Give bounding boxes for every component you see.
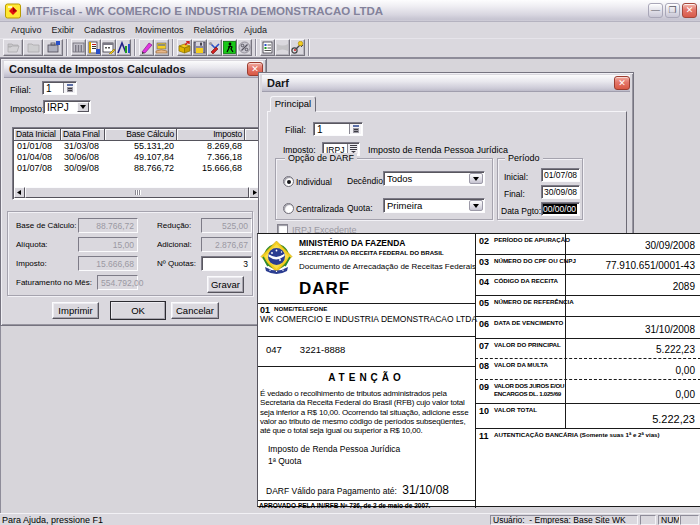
- darf-filial-lookup-button[interactable]: [349, 124, 361, 134]
- doc-field-number: 09: [479, 382, 489, 392]
- impostos-grid[interactable]: Data InicialData FinalBase CálculoImpost…: [12, 127, 262, 200]
- percent-icon: [238, 41, 251, 54]
- imposto-combobox[interactable]: IRPJ: [43, 100, 91, 114]
- grid-cell: 7.366,18: [177, 152, 245, 163]
- imprimir-button[interactable]: Imprimir: [52, 302, 99, 319]
- darf-close-button[interactable]: ✕: [614, 76, 630, 90]
- open-folder-icon: [7, 41, 20, 54]
- cancelar-button[interactable]: Cancelar: [171, 302, 219, 319]
- grid-cell: 30/09/08: [61, 163, 105, 174]
- grid-header-0[interactable]: Data Inicial: [14, 129, 61, 141]
- grid-header-3[interactable]: Imposto: [177, 129, 245, 141]
- menu-item-ajuda[interactable]: Ajuda: [241, 24, 270, 36]
- data-pgto-input[interactable]: 00/00/00: [541, 202, 580, 216]
- darf-filial-spin-edit[interactable]: 1: [313, 122, 363, 136]
- data-pgto-label: Data Pgto:: [501, 206, 541, 216]
- toolbar-separator: [255, 39, 257, 56]
- doc-field-label: VALOR DOS JUROS E/OU ENCARGOS DL. 1.025/…: [494, 382, 568, 397]
- radio-individual[interactable]: [283, 176, 294, 187]
- data-pgto-selected-text: 00/00/00: [543, 204, 576, 214]
- decendio-dropdown-button[interactable]: [469, 173, 483, 184]
- filial-lookup-button[interactable]: [63, 83, 75, 93]
- factory-toolbar-button[interactable]: [71, 39, 86, 56]
- status-empty-panel-1: [640, 515, 656, 525]
- scrollbar-grip: [137, 190, 138, 195]
- status-user-panel: Usuário: - Empresa: Base Site WK: [490, 515, 638, 525]
- menu-item-cadastros[interactable]: Cadastros: [81, 24, 128, 36]
- final-input[interactable]: 30/09/08: [541, 185, 580, 199]
- folder-toolbar-button[interactable]: [23, 39, 43, 56]
- grid-header-2[interactable]: Base Cálculo: [105, 129, 177, 141]
- tools-icon: [208, 41, 221, 54]
- save-icon: [193, 41, 206, 54]
- grid-header-1[interactable]: Data Final: [61, 129, 105, 141]
- scroll-thumb[interactable]: [25, 187, 249, 198]
- restore-button[interactable]: ❐: [665, 3, 680, 18]
- menu-item-exibir[interactable]: Exibir: [49, 24, 78, 36]
- briefcase-toolbar-button[interactable]: [43, 39, 63, 56]
- menu-bar: ArquivoExibirCadastrosMovimentosRelatóri…: [0, 22, 700, 39]
- toolbar-separator: [172, 39, 174, 56]
- doc-field-value: 5.222,23: [652, 413, 695, 425]
- chart-toolbar-button[interactable]: [116, 39, 131, 56]
- toolbar-separator: [308, 39, 310, 56]
- brasil-coat-of-arms: [259, 240, 294, 277]
- doc-field-label: NÚMERO DE REFERÊNCIA: [494, 298, 574, 306]
- hand-card-toolbar-button[interactable]: [154, 39, 169, 56]
- doc-field-09: 09VALOR DOS JUROS E/OU ENCARGOS DL. 1.02…: [475, 379, 700, 403]
- minimize-button[interactable]: —: [648, 3, 663, 18]
- filial-spin-edit[interactable]: 1: [42, 81, 77, 95]
- menu-item-relatorios[interactable]: Relatórios: [191, 24, 238, 36]
- grid-cell: 01/07/08: [14, 163, 61, 174]
- grid-row-0[interactable]: 01/01/0831/03/0855.131,208.269,68: [14, 141, 260, 152]
- grid-cell: 49.107,84: [105, 152, 177, 163]
- gravar-button[interactable]: Gravar: [207, 276, 244, 293]
- calendar-icon: [102, 41, 115, 54]
- darf-titlebar[interactable]: Darf ✕: [262, 75, 630, 92]
- quotas-input[interactable]: 3: [201, 256, 252, 271]
- runner-toolbar-button[interactable]: [222, 39, 237, 56]
- text-caret: [576, 204, 577, 214]
- radio-centralizada[interactable]: [283, 203, 294, 214]
- tab-principal[interactable]: Principal: [270, 96, 316, 112]
- calendar-toolbar-button[interactable]: [101, 39, 116, 56]
- doc-divider: [258, 500, 475, 501]
- menu-item-arquivo[interactable]: Arquivo: [8, 24, 45, 36]
- decendio-combobox[interactable]: Todos: [383, 171, 485, 186]
- doc-divider: [258, 303, 475, 304]
- package-toolbar-button[interactable]: [177, 39, 192, 56]
- periodo-groupbox: Período Inicial: 01/07/08 Final: 30/09/0…: [497, 158, 583, 220]
- ok-button[interactable]: OK: [110, 301, 166, 320]
- imposto-dropdown-button[interactable]: [77, 102, 89, 112]
- percent-toolbar-button[interactable]: [237, 39, 252, 56]
- consulta-titlebar[interactable]: Consulta de Impostos Calculados ✕: [4, 61, 263, 78]
- scroll-left-button[interactable]: [14, 187, 25, 198]
- doc-field-number: 04: [479, 277, 489, 287]
- report-toolbar-button[interactable]: [260, 39, 275, 56]
- quota-combobox[interactable]: Primeira: [383, 198, 485, 213]
- grid-row-1[interactable]: 01/04/0830/06/0849.107,847.366,18: [14, 152, 260, 163]
- pen-toolbar-button[interactable]: [139, 39, 154, 56]
- inicial-input[interactable]: 01/07/08: [541, 168, 580, 182]
- scroll-right-icon: [252, 190, 257, 195]
- aliquota-label: Alíquota:: [16, 240, 48, 249]
- doc-field-10: 10VALOR TOTAL5.222,23: [475, 403, 700, 428]
- open-folder-toolbar-button[interactable]: [3, 39, 23, 56]
- monitor-toolbar-button[interactable]: [275, 39, 290, 56]
- inicial-label: Inicial:: [504, 172, 528, 182]
- grid-cell: 31/03/08: [61, 141, 105, 152]
- faturamento-field: 554.792,00: [97, 275, 138, 290]
- toolbar-group-5: [260, 39, 305, 56]
- tools-toolbar-button[interactable]: [207, 39, 222, 56]
- save-toolbar-button[interactable]: [192, 39, 207, 56]
- close-button[interactable]: ✕: [682, 3, 697, 18]
- grid-horizontal-scrollbar[interactable]: [14, 187, 260, 198]
- quota-dropdown-button[interactable]: [469, 200, 483, 211]
- menu-item-movimentos[interactable]: Movimentos: [132, 24, 187, 36]
- radio-centralizada-label[interactable]: Centralizada: [296, 204, 344, 214]
- grid-row-2[interactable]: 01/07/0830/09/0888.766,7215.666,68: [14, 163, 260, 174]
- doc-field-07: 07VALOR DO PRINCIPAL5.222,23: [475, 338, 700, 358]
- notebook-toolbar-button[interactable]: [86, 39, 101, 56]
- key-toolbar-button[interactable]: [290, 39, 305, 56]
- radio-individual-label[interactable]: Individual: [296, 177, 332, 187]
